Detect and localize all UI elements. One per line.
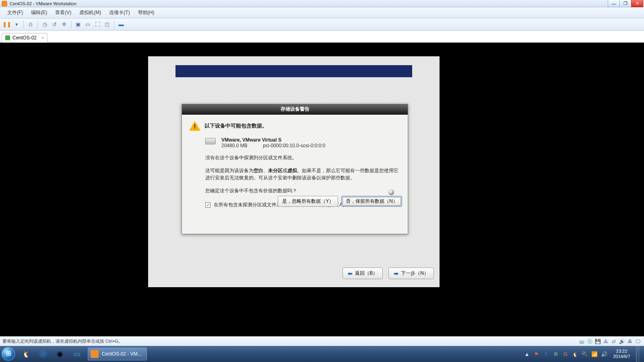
menu-tabs[interactable]: 选项卡(T) xyxy=(105,8,134,18)
device-path: pci-0000:00:10.0-scsi-0:0:0:0 xyxy=(263,143,325,148)
window-close-button[interactable]: ✕ xyxy=(631,0,643,7)
revert-icon[interactable]: ↺ xyxy=(50,20,59,29)
clock-time: 23:22 xyxy=(613,349,630,354)
fit-guest-icon[interactable]: ▣ xyxy=(74,20,83,29)
toolbar-separator xyxy=(71,21,71,29)
harddrive-icon xyxy=(205,138,216,144)
pinned-ie-icon[interactable]: ⓔ xyxy=(35,348,51,360)
vmware-status-bar: 要将输入定向到该虚拟机，请在虚拟机内部单击或按 Ctrl+G。 🖴 💿 💾 🖧 … xyxy=(0,336,644,346)
show-desktop-button[interactable] xyxy=(636,346,640,362)
settings-icon[interactable]: ✲ xyxy=(60,20,68,29)
dialog-body-line1: 没有在这个设备中探测到分区或文件系统。 xyxy=(205,154,400,161)
tray-network-icon[interactable]: 📶 xyxy=(591,351,598,357)
device-network-icon[interactable]: 🖧 xyxy=(603,339,609,344)
start-button[interactable] xyxy=(0,346,17,362)
window-minimize-button[interactable]: — xyxy=(608,0,620,7)
device-printer-icon[interactable]: 🖶 xyxy=(627,339,633,344)
snapshot-take-icon[interactable]: ⎙ xyxy=(26,20,35,29)
pinned-explorer-icon[interactable]: ▭ xyxy=(69,348,85,360)
taskbar-vmware-label: CentOS-02 - VM... xyxy=(102,351,142,357)
vmware-app-icon xyxy=(2,1,7,6)
wizard-next-label: 下一步（N） xyxy=(401,270,429,277)
vm-device-icons: 🖴 💿 💾 🖧 ⇄ 🔊 🖶 🖵 xyxy=(579,339,644,344)
installer-header-banner xyxy=(175,65,412,77)
menu-help[interactable]: 帮助(H) xyxy=(134,8,159,18)
toolbar: ❚❚ ▾ ⎙ ◷ ↺ ✲ ▣ ▭ ⛶ ◫ ▬ xyxy=(0,19,644,31)
snapshot-manager-icon[interactable]: ◷ xyxy=(40,20,49,29)
vmware-task-icon xyxy=(91,350,99,358)
status-hint: 要将输入定向到该虚拟机，请在虚拟机内部单击或按 Ctrl+G。 xyxy=(2,338,123,344)
toolbar-separator xyxy=(37,21,38,29)
device-cd-icon[interactable]: 💿 xyxy=(587,339,592,344)
wizard-back-button[interactable]: ⬅ 返回（B） xyxy=(343,267,383,279)
tray-app1-icon[interactable]: G xyxy=(562,351,569,357)
tab-close-button[interactable]: × xyxy=(41,35,44,40)
menu-edit[interactable]: 编辑(E) xyxy=(27,8,51,18)
warning-icon: ! xyxy=(189,120,200,132)
power-dropdown-icon[interactable]: ▾ xyxy=(12,20,21,29)
tray-app2-icon[interactable]: 🐧 xyxy=(572,351,578,357)
window-title-bar: CentOS-02 - VMware Workstation — ❐ ✕ xyxy=(0,0,644,7)
tray-bluetooth-icon[interactable]: ᛒ xyxy=(543,351,549,357)
device-sound-icon[interactable]: 🔊 xyxy=(619,339,625,344)
windows-taskbar: 🐧 ⓔ ◉ ▭ CentOS-02 - VM... ▲ ⚑ ᛒ ⛨ G 🐧 🔌 … xyxy=(0,346,644,362)
pinned-qq-icon[interactable]: 🐧 xyxy=(19,348,34,360)
dialog-body-line2: 这可能是因为该设备为空白、未分区或虚拟。如果不是，那么它可能有一些数据是您使用它… xyxy=(205,167,400,181)
toolbar-separator xyxy=(23,21,24,29)
apply-all-checkbox[interactable]: ✓ xyxy=(205,202,211,208)
arrow-right-icon: ➡ xyxy=(394,270,398,277)
dialog-heading: 以下设备中可能包含数据。 xyxy=(204,122,267,130)
tab-centos-02[interactable]: CentOS-02 × xyxy=(2,33,47,43)
console-view-icon[interactable]: ▬ xyxy=(117,20,126,29)
tray-shield-icon[interactable]: ⛨ xyxy=(553,351,559,357)
vm-running-icon xyxy=(5,35,10,40)
no-keep-button[interactable]: 否，保留所有数据（N） xyxy=(341,196,402,207)
tray-power-icon[interactable]: 🔌 xyxy=(582,351,588,357)
device-info: VMware, VMware Virtual S 20480.0 MB pci-… xyxy=(221,137,325,148)
window-maximize-button[interactable]: ❐ xyxy=(619,0,632,7)
tab-label: CentOS-02 xyxy=(12,35,37,41)
fit-window-icon[interactable]: ▭ xyxy=(83,20,92,29)
pinned-chrome-icon[interactable]: ◉ xyxy=(52,348,68,360)
pause-icon[interactable]: ❚❚ xyxy=(2,20,11,29)
storage-warning-dialog: 存储设备警告 ! 以下设备中可能包含数据。 VMware, VMware Vir… xyxy=(182,104,408,234)
device-display-icon[interactable]: 🖵 xyxy=(635,339,641,344)
menu-view[interactable]: 查看(V) xyxy=(51,8,75,18)
device-name: VMware, VMware Virtual S xyxy=(221,137,281,143)
device-floppy-icon[interactable]: 💾 xyxy=(595,339,601,344)
tray-volume-icon[interactable]: 🔊 xyxy=(601,351,607,357)
tray-flag-icon[interactable]: ⚑ xyxy=(533,351,540,357)
unity-icon[interactable]: ◫ xyxy=(103,20,111,29)
menu-vm[interactable]: 虚拟机(M) xyxy=(75,8,105,18)
clock-date: 2014/6/7 xyxy=(613,354,630,359)
device-hdd-icon[interactable]: 🖴 xyxy=(579,339,584,344)
window-title: CentOS-02 - VMware Workstation xyxy=(10,1,76,6)
wizard-next-button[interactable]: ➡ 下一步（N） xyxy=(388,267,434,279)
menu-file[interactable]: 文件(F) xyxy=(3,8,27,18)
taskbar-vmware-button[interactable]: CentOS-02 - VM... xyxy=(88,348,147,360)
wizard-back-label: 返回（B） xyxy=(355,270,378,277)
yes-discard-button[interactable]: 是，忽略所有数据（Y） xyxy=(278,196,338,207)
tab-bar: CentOS-02 × xyxy=(0,31,644,43)
busy-spinner-icon xyxy=(388,189,394,195)
dialog-body-line3: 您确定这个设备中不包含有价值的数据吗？ xyxy=(205,187,400,194)
fullscreen-icon[interactable]: ⛶ xyxy=(93,20,102,29)
device-usb-icon[interactable]: ⇄ xyxy=(611,339,617,344)
dialog-title: 存储设备警告 xyxy=(182,104,408,115)
toolbar-separator xyxy=(114,21,114,29)
menu-bar: 文件(F) 编辑(E) 查看(V) 虚拟机(M) 选项卡(T) 帮助(H) xyxy=(0,7,644,19)
arrow-left-icon: ⬅ xyxy=(348,270,353,277)
device-size: 20480.0 MB xyxy=(221,143,262,148)
tray-show-hidden-icon[interactable]: ▲ xyxy=(524,351,530,357)
tray-clock[interactable]: 23:22 2014/6/7 xyxy=(611,349,633,359)
